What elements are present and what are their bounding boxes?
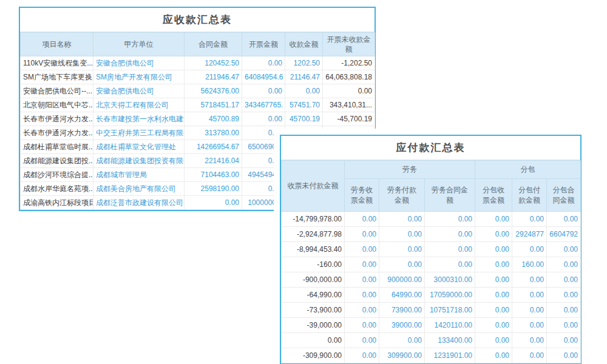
table-row[interactable]: 北京朝阳区电气中芯... 北京天得工程有限公司 5718451.17 34346… (21, 98, 375, 112)
project-name-cell: 北京朝阳区电气中芯... (21, 98, 93, 112)
subcontract-contract-cell: 0.00 (547, 257, 581, 272)
project-name-cell: 成都沙河环境综合提... (21, 168, 93, 182)
labor-invoice-cell: 0.00 (345, 212, 379, 227)
payable-table: 收票未付款金额 劳务 分包 劳务收 票金额劳务付款 金额劳务合同金 额分包收 票… (281, 160, 581, 363)
client-name-cell: 成都泛普市政建设有限公司 (93, 196, 185, 210)
labor-invoice-cell: 0.00 (345, 227, 379, 242)
unpaid-amount-header: 收票未付款金额 (282, 161, 345, 212)
contract-amount-cell: 221416.04 (185, 154, 242, 168)
received-invoice-unpaid-cell: -39,000.00 (282, 318, 345, 333)
contract-amount-cell: 14266954.67 (185, 140, 242, 154)
receivable-header-row: 项目名称甲方单位合同金额开票金额收款金额开票未收款金 额 (21, 33, 375, 56)
labor-payment-cell: 39000.00 (379, 318, 425, 333)
column-header: 劳务付款 金额 (379, 179, 425, 212)
table-row[interactable]: -309,900.00 0.00 309900.00 1231901.00 0.… (282, 348, 581, 363)
labor-payment-cell: 73900.00 (379, 303, 425, 318)
subcontract-payment-cell: 160.00 (512, 257, 547, 272)
labor-contract-cell: 10751718.00 (425, 303, 475, 318)
table-row[interactable]: 安徽合肥供电公司--... 安徽合肥供电公司 5624376.00 0.00 0… (21, 84, 375, 98)
contract-amount-cell: 211946.47 (185, 70, 242, 84)
column-header: 开票金额 (242, 33, 285, 56)
client-name-cell: 中交王府井第三工程局有限公司 (93, 126, 185, 140)
table-row[interactable]: -73,900.00 0.00 73900.00 10751718.00 0.0… (282, 303, 581, 318)
invoiced-amount-cell: 0.00 (242, 112, 285, 126)
column-header: 分包合 同金额 (547, 179, 581, 212)
contract-amount-cell: 120452.50 (185, 56, 242, 70)
received-amount-cell: 57451.70 (285, 98, 323, 112)
subcontract-invoice-cell: 0.00 (475, 242, 512, 257)
labor-payment-cell: 309900.00 (379, 348, 425, 363)
client-name-cell: 安徽合肥供电公司 (93, 84, 185, 98)
labor-invoice-cell: 0.00 (345, 257, 379, 272)
invoiced-unreceived-cell: 64,063,808.18 (323, 70, 375, 84)
labor-contract-cell: 3000310.00 (425, 272, 475, 288)
payable-table-title: 应付款汇总表 (281, 136, 580, 160)
table-row[interactable]: SM广场地下车库更换... SM房地产开发有限公司 211946.47 6408… (21, 70, 375, 84)
client-name-cell: 成都城市管理局 (93, 168, 185, 182)
table-row[interactable]: -39,000.00 0.00 39000.00 1420110.00 0.00… (282, 318, 581, 333)
page: 应收款汇总表 项目名称甲方单位合同金额开票金额收款金额开票未收款金 额 110k… (0, 0, 607, 364)
received-invoice-unpaid-cell: -8,994,453.40 (282, 242, 345, 257)
table-row[interactable]: -8,994,453.40 0.00 0.00 0.00 0.00 0.00 0… (282, 242, 581, 257)
labor-contract-cell: 1231901.00 (425, 348, 475, 363)
table-row[interactable]: 110kV安徽线程集变... 安徽合肥供电公司 120452.50 0.00 1… (21, 56, 375, 70)
column-header: 劳务收 票金额 (345, 179, 379, 212)
received-invoice-unpaid-cell: -64,990.00 (282, 288, 345, 303)
column-header: 分包收 票金额 (475, 179, 512, 212)
subcontract-payment-cell: 0.00 (512, 333, 547, 348)
labor-invoice-cell: 0.00 (345, 288, 379, 303)
contract-amount-cell: 45700.89 (185, 112, 242, 126)
invoiced-unreceived-cell: 0.00 (323, 84, 375, 98)
table-row[interactable]: -160.00 0.00 0.00 0.00 0.00 160.00 0.00 (282, 257, 581, 272)
project-name-cell: 成渝高铁内江标段项目 (21, 196, 93, 210)
payable-summary-card: 应付款汇总表 收票未付款金额 劳务 分包 劳务收 票金额劳务付款 金额劳务合同金… (280, 135, 582, 364)
contract-amount-cell: 5718451.17 (185, 98, 242, 112)
subcontract-payment-cell: 0.00 (512, 212, 547, 227)
table-row[interactable]: 长春市伊通河水力发... 长春市建投第一水利水电建设有限 45700.89 0.… (21, 112, 375, 126)
received-invoice-unpaid-cell: -2,924,877.98 (282, 227, 345, 242)
subcontract-contract-cell: 0.00 (547, 303, 581, 318)
project-name-cell: 长春市伊通河水力发... (21, 112, 93, 126)
subcontract-contract-cell: 0.00 (547, 348, 581, 363)
table-row[interactable]: -64,990.00 0.00 64990.00 17059000.00 0.0… (282, 288, 581, 303)
project-name-cell: 成都水岸华庭名苑项... (21, 182, 93, 196)
project-name-cell: 安徽合肥供电公司--... (21, 84, 93, 98)
labor-invoice-cell: 0.00 (345, 242, 379, 257)
column-header: 甲方单位 (93, 33, 185, 56)
table-row[interactable]: -14,799,978.00 0.00 0.00 0.00 0.00 0.00 … (282, 212, 581, 227)
labor-contract-cell: 133400.00 (425, 333, 475, 348)
labor-invoice-cell: 0.00 (345, 333, 379, 348)
column-header: 劳务合同金 额 (425, 179, 475, 212)
labor-payment-cell: 64990.00 (379, 288, 425, 303)
column-header: 开票未收款金 额 (323, 33, 375, 56)
invoiced-amount-cell: 64084954.6 (242, 70, 285, 84)
subcontract-invoice-cell: 0.00 (475, 288, 512, 303)
labor-contract-cell: 0.00 (425, 242, 475, 257)
received-invoice-unpaid-cell: -160.00 (282, 257, 345, 272)
subcontract-invoice-cell: 0.00 (475, 212, 512, 227)
labor-contract-cell: 1420110.00 (425, 318, 475, 333)
table-row[interactable]: -2,924,877.98 0.00 0.00 0.00 0.00 292487… (282, 227, 581, 242)
project-name-cell: 长春市伊通河水力发... (21, 126, 93, 140)
subcontract-payment-cell: 0.00 (512, 303, 547, 318)
received-invoice-unpaid-cell: -309,900.00 (282, 348, 345, 363)
contract-amount-cell: 0.00 (185, 196, 242, 210)
client-name-cell: 成都杜甫草堂文化管理处 (93, 140, 185, 154)
table-row[interactable]: -900,000.00 0.00 900000.00 3000310.00 0.… (282, 272, 581, 288)
received-invoice-unpaid-cell: 0.00 (282, 333, 345, 348)
labor-contract-cell: 0.00 (425, 227, 475, 242)
subcontract-payment-cell: 0.00 (512, 288, 547, 303)
contract-amount-cell: 5624376.00 (185, 84, 242, 98)
labor-invoice-cell: 0.00 (345, 303, 379, 318)
subcontract-invoice-cell: 0.00 (475, 333, 512, 348)
column-header: 合同金额 (185, 33, 242, 56)
client-name-cell: 长春市建投第一水利水电建设有限 (93, 112, 185, 126)
received-invoice-unpaid-cell: -900,000.00 (282, 272, 345, 288)
project-name-cell: SM广场地下车库更换... (21, 70, 93, 84)
subcontract-invoice-cell: 0.00 (475, 227, 512, 242)
labor-invoice-cell: 0.00 (345, 318, 379, 333)
payable-group-header-row: 收票未付款金额 劳务 分包 (282, 161, 581, 179)
contract-amount-cell: 2598190.00 (185, 182, 242, 196)
subcontract-group-header: 分包 (475, 161, 581, 179)
table-row[interactable]: 0.00 0.00 0.00 133400.00 0.00 0.00 0.00 (282, 333, 581, 348)
